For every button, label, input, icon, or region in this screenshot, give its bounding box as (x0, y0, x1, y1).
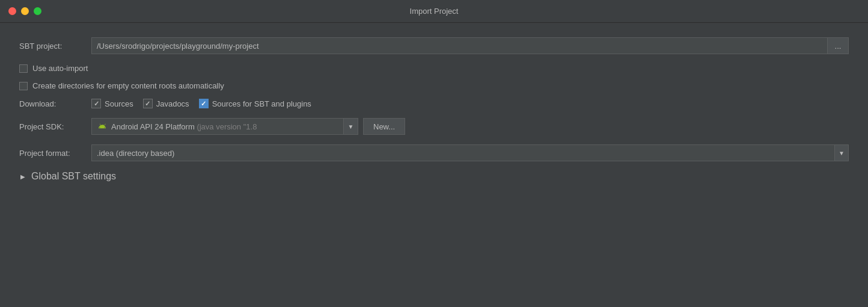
sdk-dropdown-arrow[interactable]: ▼ (344, 118, 358, 135)
create-dirs-label[interactable]: Create directories for empty content roo… (19, 81, 224, 90)
format-row: Project format: .idea (directory based) … (19, 144, 849, 161)
sdk-dropdown[interactable]: Android API 24 Platform (java version "1… (91, 118, 344, 135)
sources-sbt-option[interactable]: ✓ Sources for SBT and plugins (199, 99, 311, 108)
auto-import-checkbox[interactable] (19, 64, 28, 73)
minimize-button[interactable] (21, 7, 29, 15)
close-button[interactable] (8, 7, 16, 15)
window-controls (8, 7, 41, 15)
auto-import-row: Use auto-import (19, 64, 849, 73)
download-row: Download: ✓ Sources ✓ Javadocs ✓ (19, 99, 849, 108)
sources-option[interactable]: ✓ Sources (91, 99, 133, 108)
window: Import Project SBT project: ... Use auto… (0, 0, 868, 196)
global-settings-label: Global SBT settings (31, 171, 116, 182)
create-dirs-row: Create directories for empty content roo… (19, 81, 849, 90)
sdk-version: (java version "1.8 (197, 122, 257, 131)
download-options: ✓ Sources ✓ Javadocs ✓ Sources for SBT a… (91, 99, 311, 108)
javadocs-option[interactable]: ✓ Javadocs (143, 99, 189, 108)
new-sdk-button[interactable]: New... (363, 118, 405, 135)
browse-button[interactable]: ... (827, 37, 849, 54)
sources-sbt-checkbox[interactable]: ✓ (199, 99, 209, 108)
sbt-project-row: SBT project: ... (19, 37, 849, 54)
window-title: Import Project (410, 7, 459, 16)
global-settings-row[interactable]: ▶ Global SBT settings (19, 171, 849, 182)
create-dirs-checkbox[interactable] (19, 82, 28, 90)
format-dropdown[interactable]: .idea (directory based) (91, 144, 834, 161)
sources-checkbox[interactable]: ✓ (91, 99, 101, 108)
sdk-label: Project SDK: (19, 122, 91, 131)
format-label: Project format: (19, 149, 91, 158)
sbt-label: SBT project: (19, 42, 91, 51)
title-bar: Import Project (0, 0, 868, 23)
download-label: Download: (19, 99, 91, 108)
sdk-row: Project SDK: Android API 24 Platform (ja… (19, 118, 849, 135)
android-icon (97, 121, 108, 132)
expand-icon: ▶ (19, 173, 26, 180)
maximize-button[interactable] (34, 7, 41, 15)
javadocs-checkbox[interactable]: ✓ (143, 99, 153, 108)
form-content: SBT project: ... Use auto-import Create … (0, 23, 868, 196)
sbt-path-input[interactable] (91, 37, 827, 54)
format-dropdown-container: .idea (directory based) ▼ (91, 144, 849, 161)
auto-import-label[interactable]: Use auto-import (19, 64, 88, 73)
format-dropdown-arrow[interactable]: ▼ (834, 144, 849, 161)
